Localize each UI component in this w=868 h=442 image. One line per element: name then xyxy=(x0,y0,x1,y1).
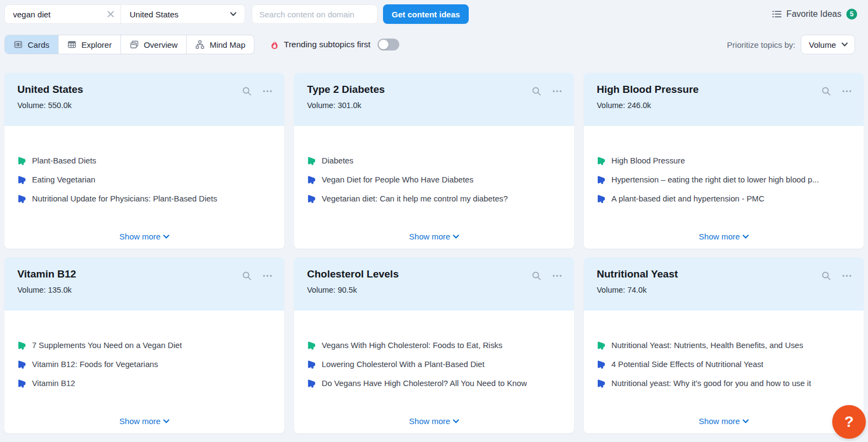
volume-value: 74.0k xyxy=(627,286,646,294)
prioritize-select[interactable]: Volume xyxy=(801,35,855,54)
topic-card: High Blood Pressure Volume: 246.0k xyxy=(584,73,864,249)
more-options-icon[interactable] xyxy=(263,86,272,96)
idea-text: Do Vegans Have High Cholesterol? All You… xyxy=(322,379,527,388)
help-button[interactable]: ? xyxy=(832,405,866,439)
show-more-link[interactable]: Show more xyxy=(119,416,169,426)
idea-item[interactable]: Nutritional Update for Physicians: Plant… xyxy=(17,189,271,208)
show-more-link[interactable]: Show more xyxy=(409,232,459,241)
idea-item[interactable]: Nutritional yeast: Why it's good for you… xyxy=(597,374,851,393)
topic-card-body: Diabetes Vegan Diet for People Who Have … xyxy=(294,126,574,249)
idea-item[interactable]: Hypertension – eating the right diet to … xyxy=(597,170,851,189)
explorer-view-icon xyxy=(67,40,76,49)
clear-query-icon[interactable] xyxy=(107,11,114,17)
show-more-label: Show more xyxy=(119,416,161,426)
tab-cards[interactable]: Cards xyxy=(5,35,59,54)
tab-mind-map[interactable]: Mind Map xyxy=(187,35,254,54)
topic-search-input[interactable] xyxy=(13,10,107,19)
more-options-icon[interactable] xyxy=(552,271,562,281)
volume-label: Volume: xyxy=(307,101,335,110)
tab-explorer-label: Explorer xyxy=(81,40,112,49)
idea-item[interactable]: Vitamin B12: Foods for Vegetarians xyxy=(17,355,271,374)
idea-list: Nutritional Yeast: Nutrients, Health Ben… xyxy=(597,336,851,393)
search-topic-icon[interactable] xyxy=(532,86,541,96)
megaphone-blue-icon xyxy=(307,379,316,388)
idea-text: Nutritional Update for Physicians: Plant… xyxy=(32,194,217,203)
idea-item[interactable]: Eating Vegetarian xyxy=(17,170,271,189)
megaphone-blue-icon xyxy=(17,175,26,184)
idea-item[interactable]: 7 Supplements You Need on a Vegan Diet xyxy=(17,336,271,355)
tab-explorer[interactable]: Explorer xyxy=(59,35,121,54)
card-header-actions xyxy=(821,268,852,311)
volume-value: 550.0k xyxy=(48,101,72,110)
show-more-label: Show more xyxy=(409,416,450,426)
tab-overview[interactable]: Overview xyxy=(121,35,187,54)
cards-view-icon xyxy=(14,40,23,49)
volume-value: 301.0k xyxy=(337,101,361,110)
search-topic-icon[interactable] xyxy=(242,271,252,281)
topic-volume: Volume: 135.0k xyxy=(17,286,76,294)
megaphone-blue-icon xyxy=(17,194,26,203)
idea-text: Hypertension – eating the right diet to … xyxy=(611,175,819,184)
idea-item[interactable]: Vegans With High Cholesterol: Foods to E… xyxy=(307,336,561,355)
favorite-ideas-label: Favorite Ideas xyxy=(787,9,841,19)
trending-toggle-switch[interactable] xyxy=(378,39,399,50)
topic-volume: Volume: 246.0k xyxy=(597,101,699,110)
volume-value: 246.0k xyxy=(627,101,651,110)
topic-card-header: United States Volume: 550.0k xyxy=(4,73,284,126)
idea-text: 7 Supplements You Need on a Vegan Diet xyxy=(32,341,182,350)
idea-item[interactable]: Diabetes xyxy=(307,151,561,170)
list-icon xyxy=(772,10,782,18)
trending-toggle-label: Trending subtopics first xyxy=(284,40,371,49)
more-options-icon[interactable] xyxy=(842,271,852,281)
idea-item[interactable]: Do Vegans Have High Cholesterol? All You… xyxy=(307,374,561,393)
topic-card-header: Nutritional Yeast Volume: 74.0k xyxy=(584,257,864,311)
flame-icon xyxy=(270,40,279,49)
show-more-link[interactable]: Show more xyxy=(119,232,169,241)
get-content-ideas-button[interactable]: Get content ideas xyxy=(383,4,469,24)
idea-item[interactable]: 4 Potential Side Effects of Nutritional … xyxy=(597,355,851,374)
megaphone-blue-icon xyxy=(597,175,605,184)
search-combo: United States xyxy=(4,4,245,24)
search-topic-icon[interactable] xyxy=(532,271,541,281)
more-options-icon[interactable] xyxy=(552,86,562,96)
megaphone-green-icon xyxy=(597,156,605,165)
show-more-link[interactable]: Show more xyxy=(699,232,749,241)
search-topic-icon[interactable] xyxy=(242,86,252,96)
search-topic-icon[interactable] xyxy=(821,271,831,281)
chevron-down-icon xyxy=(743,419,749,424)
search-topic-icon[interactable] xyxy=(821,86,831,96)
topic-volume: Volume: 550.0k xyxy=(17,101,83,110)
favorite-ideas-button[interactable]: Favorite Ideas 5 xyxy=(772,9,857,20)
megaphone-blue-icon xyxy=(597,379,605,388)
show-more-label: Show more xyxy=(119,232,161,241)
idea-item[interactable]: Lowering Cholesterol With a Plant-Based … xyxy=(307,355,561,374)
topic-card-body: 7 Supplements You Need on a Vegan Diet V… xyxy=(4,311,284,433)
idea-item[interactable]: High Blood Pressure xyxy=(597,151,851,170)
idea-item[interactable]: Vitamin B12 xyxy=(17,374,271,393)
idea-text: Vegan Diet for People Who Have Diabetes xyxy=(322,175,474,184)
topic-card: Vitamin B12 Volume: 135.0k xyxy=(4,257,284,433)
idea-item[interactable]: Vegan Diet for People Who Have Diabetes xyxy=(307,170,561,189)
chevron-down-icon xyxy=(163,419,169,424)
more-options-icon[interactable] xyxy=(842,86,852,96)
more-options-icon[interactable] xyxy=(263,271,272,281)
idea-item[interactable]: Plant-Based Diets xyxy=(17,151,271,170)
chevron-down-icon xyxy=(743,235,749,239)
topic-title: High Blood Pressure xyxy=(597,84,699,96)
megaphone-green-icon xyxy=(307,341,316,350)
idea-item[interactable]: Nutritional Yeast: Nutrients, Health Ben… xyxy=(597,336,851,355)
region-select[interactable]: United States xyxy=(121,10,245,19)
tab-mind-map-label: Mind Map xyxy=(209,40,245,49)
topic-card: Type 2 Diabetes Volume: 301.0k xyxy=(294,73,574,249)
show-more-link[interactable]: Show more xyxy=(409,416,459,426)
chevron-down-icon xyxy=(453,419,459,424)
domain-search-input[interactable] xyxy=(252,4,378,24)
card-header-actions xyxy=(242,84,272,126)
show-more-link[interactable]: Show more xyxy=(699,416,749,426)
idea-item[interactable]: Vegetarian diet: Can it help me control … xyxy=(307,189,561,208)
topic-volume: Volume: 74.0k xyxy=(597,286,678,294)
megaphone-green-icon xyxy=(307,156,316,165)
idea-item[interactable]: A plant-based diet and hypertension - PM… xyxy=(597,189,851,208)
topic-title: Cholesterol Levels xyxy=(307,268,399,281)
card-header-actions xyxy=(242,268,272,311)
